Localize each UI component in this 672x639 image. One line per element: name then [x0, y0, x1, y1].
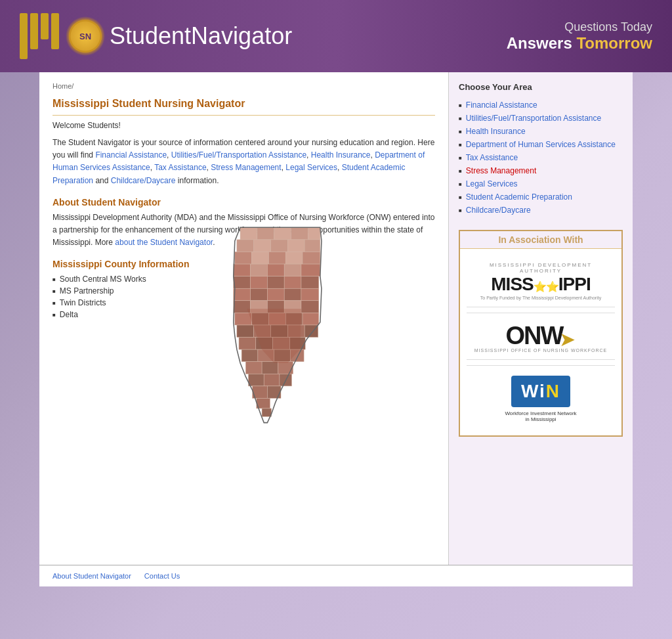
site-name: StudentNavigator: [110, 22, 292, 50]
county-item-1: South Central MS Works: [52, 273, 146, 285]
logo-area: SN StudentNavigator: [20, 13, 292, 59]
svg-rect-16: [250, 264, 267, 276]
svg-rect-24: [301, 276, 319, 289]
win-logo: WiN Workforce Investment Networkin Missi…: [467, 369, 615, 429]
svg-rect-14: [303, 252, 320, 265]
nav-link-health[interactable]: Health Insurance: [466, 127, 526, 136]
county-item-2: MS Partnership: [52, 285, 146, 297]
onw-name: ONW: [506, 323, 563, 348]
logo-bar-1: [20, 13, 28, 59]
welcome-text: Welcome Students!: [52, 121, 435, 130]
mda-logo: MISSISSIPPI DEVELOPMENT AUTHORITY MISS⭐⭐…: [467, 255, 615, 307]
nav-link-childcare[interactable]: Childcare/Daycare: [466, 206, 531, 215]
svg-rect-15: [233, 264, 250, 276]
nav-link-legal[interactable]: Legal Services: [466, 179, 518, 188]
nav-link-dhs[interactable]: Department of Human Services Assistance: [466, 140, 616, 149]
nav-link-tax[interactable]: Tax Assistance: [466, 153, 518, 162]
nav-links: Financial Assistance Utilities/Fuel/Tran…: [459, 99, 623, 217]
choose-area-title: Choose Your Area: [459, 82, 623, 92]
svg-rect-56: [248, 374, 264, 387]
site-header: SN StudentNavigator Questions Today Answ…: [0, 0, 672, 72]
svg-rect-53: [245, 362, 262, 374]
nav-item-academic: Student Academic Preparation: [459, 190, 623, 204]
map-container: [225, 221, 337, 433]
content-area: Home/ Mississippi Student Nursing Naviga…: [39, 72, 449, 565]
footer: About Student Navigator Contact Us: [39, 565, 633, 586]
win-text: WiN: [521, 381, 560, 401]
mda-subtitle: To Partly Funded by The Mississippi Deve…: [470, 296, 612, 300]
svg-rect-5: [237, 240, 254, 252]
nav-link-academic[interactable]: Student Academic Preparation: [466, 192, 572, 202]
county-item-4: Delta: [52, 309, 146, 320]
svg-rect-23: [284, 276, 301, 289]
nav-item-utilities: Utilities/Fuel/Transportation Assistance: [459, 112, 623, 125]
tagline: Questions Today Answers Tomorrow: [507, 20, 652, 53]
about-link[interactable]: about the Student Navigator: [115, 238, 213, 247]
nav-item-childcare: Childcare/Daycare: [459, 204, 623, 217]
logo-bar-4: [51, 13, 59, 49]
svg-rect-20: [233, 276, 250, 289]
nav-item-tax: Tax Assistance: [459, 151, 623, 164]
home-link[interactable]: Home/: [52, 82, 74, 90]
nav-link-utilities[interactable]: Utilities/Fuel/Transportation Assistance: [466, 114, 601, 123]
svg-rect-22: [267, 276, 284, 289]
onw-subtitle: MISSISSIPPI OFFICE OF NURSING WORKFORCE: [474, 348, 607, 353]
svg-rect-6: [253, 240, 270, 252]
page-title: Mississippi Student Nursing Navigator: [52, 98, 435, 116]
svg-rect-26: [250, 289, 267, 301]
mda-name: MISS⭐⭐IPPI: [470, 275, 612, 294]
nav-item-stress: Stress Management: [459, 164, 623, 177]
sidebar: Choose Your Area Financial Assistance Ut…: [449, 72, 633, 565]
utilities-link[interactable]: Utilities/Fuel/Transportation Assistance: [171, 150, 306, 160]
intro-suffix: information.: [178, 176, 219, 185]
svg-rect-1: [257, 228, 274, 240]
svg-rect-54: [262, 362, 278, 374]
health-link[interactable]: Health Insurance: [311, 150, 371, 160]
svg-rect-13: [285, 252, 303, 265]
county-list: South Central MS Works MS Partnership Tw…: [52, 273, 146, 320]
svg-rect-62: [262, 408, 271, 416]
financial-link[interactable]: Financial Assistance: [95, 150, 167, 160]
footer-contact-link[interactable]: Contact Us: [144, 572, 180, 580]
svg-rect-25: [233, 289, 250, 301]
intro-text: The Student Navigator is your source of …: [52, 137, 435, 187]
association-box: In Association With MISSISSIPPI DEVELOPM…: [459, 230, 623, 437]
win-logo-box: WiN: [511, 376, 570, 407]
footer-about-link[interactable]: About Student Navigator: [52, 572, 131, 580]
svg-rect-21: [250, 276, 267, 289]
svg-rect-18: [284, 264, 301, 276]
svg-rect-10: [234, 252, 251, 265]
svg-rect-2: [274, 228, 291, 240]
svg-rect-4: [308, 228, 320, 240]
childcare-link[interactable]: Childcare/Daycare: [111, 176, 176, 185]
svg-rect-17: [267, 264, 284, 276]
breadcrumb: Home/: [52, 82, 435, 90]
win-subtitle: Workforce Investment Networkin Mississip…: [470, 410, 612, 422]
answers-label: Answers: [507, 34, 572, 52]
tagline-answers: Answers Tomorrow: [507, 34, 652, 53]
legal-link[interactable]: Legal Services: [285, 163, 337, 172]
nav-item-financial: Financial Assistance: [459, 99, 623, 112]
svg-rect-45: [239, 338, 256, 350]
svg-rect-40: [237, 325, 254, 338]
nav-link-financial[interactable]: Financial Assistance: [466, 100, 537, 110]
nav-item-health: Health Insurance: [459, 125, 623, 138]
nav-item-legal: Legal Services: [459, 177, 623, 190]
county-item-3: Twin Districts: [52, 297, 146, 309]
tagline-questions: Questions Today: [507, 20, 652, 34]
stress-link[interactable]: Stress Management: [211, 163, 281, 172]
tax-link[interactable]: Tax Assistance: [154, 163, 206, 172]
svg-rect-39: [303, 313, 319, 326]
svg-rect-27: [267, 289, 284, 301]
svg-rect-9: [304, 240, 320, 252]
svg-rect-60: [267, 386, 281, 399]
svg-rect-3: [291, 228, 308, 240]
tagline-tomorrow: Tomorrow: [576, 34, 652, 52]
svg-rect-12: [268, 252, 285, 265]
mississippi-map: [225, 221, 337, 431]
svg-rect-29: [301, 289, 319, 301]
nav-link-stress[interactable]: Stress Management: [466, 166, 536, 175]
logo-sun: SN: [69, 20, 102, 53]
nav-item-dhs: Department of Human Services Assistance: [459, 138, 623, 151]
svg-rect-11: [251, 252, 268, 265]
